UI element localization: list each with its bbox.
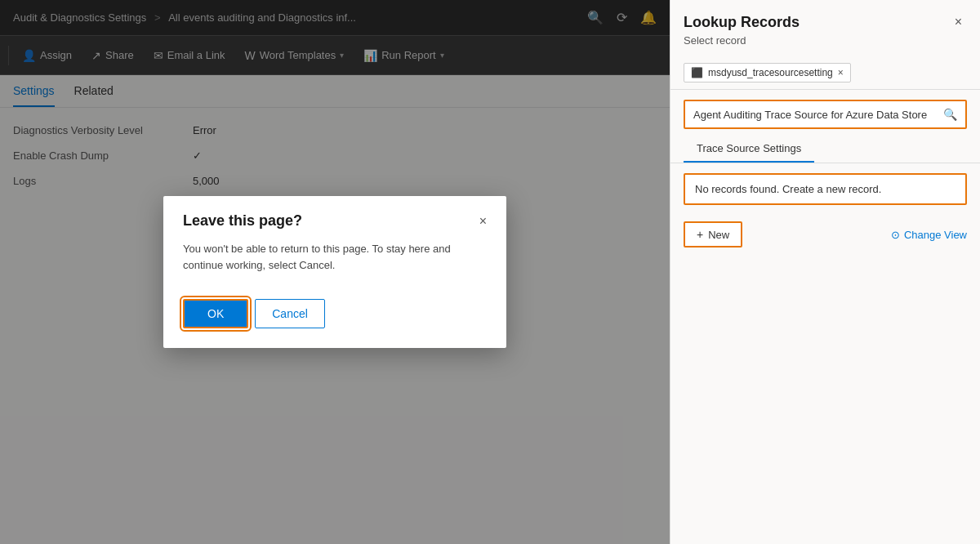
ok-button[interactable]: OK <box>183 299 248 328</box>
plus-icon: + <box>697 228 703 241</box>
cancel-button[interactable]: Cancel <box>255 299 325 328</box>
search-box: 🔍 <box>684 100 967 129</box>
leave-page-dialog: Leave this page? × You won't be able to … <box>163 196 506 348</box>
view-icon: ⊙ <box>891 229 900 241</box>
section-label-container: Trace Source Settings <box>670 139 980 163</box>
section-label: Trace Source Settings <box>684 139 814 163</box>
dialog-overlay: Leave this page? × You won't be able to … <box>0 0 670 544</box>
tag-record-icon: ⬛ <box>691 67 703 78</box>
search-submit-button[interactable]: 🔍 <box>935 101 965 127</box>
dialog-buttons: OK Cancel <box>183 299 487 328</box>
dialog-message: You won't be able to return to this page… <box>183 241 487 273</box>
lookup-panel: Lookup Records × Select record ⬛ msdyusd… <box>670 0 980 544</box>
tag-container: ⬛ msdyusd_tracesourcesetting × <box>684 56 967 89</box>
actions-row: + New ⊙ Change View <box>670 215 980 254</box>
search-container: 🔍 <box>670 90 980 139</box>
no-records-box: No records found. Create a new record. <box>684 173 967 205</box>
dialog-title: Leave this page? <box>183 212 302 230</box>
change-view-button[interactable]: ⊙ Change View <box>891 229 967 241</box>
no-records-container: No records found. Create a new record. <box>670 163 980 215</box>
lookup-close-button[interactable]: × <box>950 13 967 31</box>
dialog-close-button[interactable]: × <box>479 214 487 229</box>
dialog-title-row: Leave this page? × <box>183 212 487 230</box>
tag-text: msdyusd_tracesourcesetting <box>708 67 833 78</box>
no-records-text: No records found. Create a new record. <box>695 183 881 195</box>
new-record-button[interactable]: + New <box>684 221 742 247</box>
lookup-subtitle: Select record <box>684 34 967 47</box>
search-input[interactable] <box>685 102 935 127</box>
tag-remove-button[interactable]: × <box>838 67 844 78</box>
lookup-title: Lookup Records <box>684 14 800 31</box>
lookup-title-row: Lookup Records × <box>684 13 967 31</box>
lookup-header: Lookup Records × Select record ⬛ msdyusd… <box>670 0 980 90</box>
lookup-tag: ⬛ msdyusd_tracesourcesetting × <box>684 63 851 82</box>
